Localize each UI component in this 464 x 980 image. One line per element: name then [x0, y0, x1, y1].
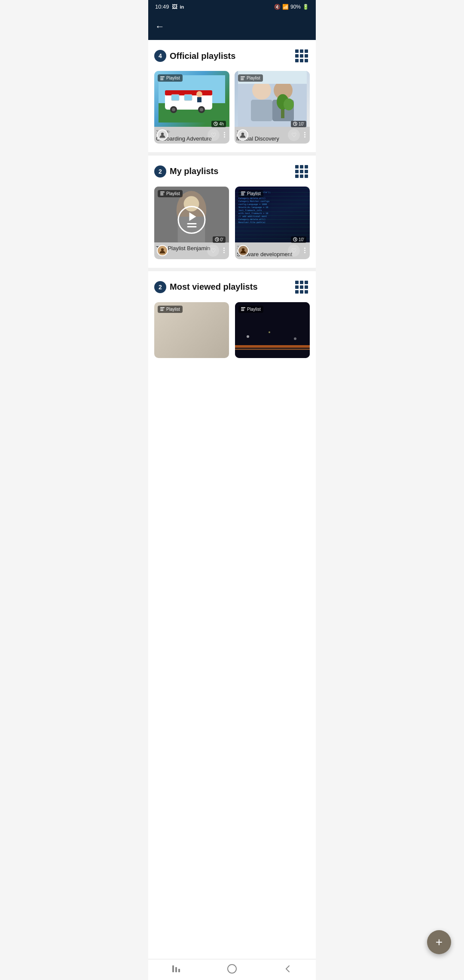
my-playlists-section: 2 My playlists — [148, 156, 316, 268]
card-tiles[interactable]: Playlist — [154, 302, 229, 358]
mutual-avatar — [237, 129, 248, 141]
official-badge: 4 — [154, 50, 166, 62]
svg-point-62 — [228, 965, 236, 973]
status-right: 🔇 📶 90% 🔋 — [274, 4, 309, 10]
svg-rect-38 — [160, 193, 164, 194]
svg-point-30 — [241, 132, 244, 135]
svg-point-11 — [200, 108, 203, 111]
svg-point-53 — [247, 335, 249, 338]
bottom-nav — [148, 959, 316, 973]
svg-rect-60 — [175, 967, 177, 972]
my-cards-grid: Playlist 0' ♡ Test Playlist Benjami — [154, 187, 310, 264]
benjamin-badge: Playlist — [158, 190, 183, 197]
linkedin-icon: in — [180, 4, 184, 9]
software-duration: 10' — [291, 236, 306, 243]
svg-rect-13 — [160, 78, 164, 79]
svg-rect-28 — [241, 79, 244, 80]
official-playlists-section: 4 Official playlists — [148, 40, 316, 152]
svg-rect-51 — [235, 345, 310, 348]
most-viewed-grid-toggle[interactable] — [293, 279, 310, 295]
software-badge: Playlist — [238, 190, 263, 197]
software-avatar — [238, 245, 249, 256]
header: ← — [148, 13, 316, 40]
svg-rect-7 — [197, 97, 201, 102]
main-content: 4 Official playlists — [148, 40, 316, 973]
svg-rect-5 — [184, 95, 192, 101]
software-heart-button[interactable]: ♡ — [288, 245, 300, 257]
svg-rect-4 — [171, 95, 179, 101]
wifi-icon: 📶 — [282, 4, 289, 10]
svg-point-41 — [161, 248, 164, 251]
svg-point-6 — [196, 91, 202, 97]
most-viewed-header: 2 Most viewed playlists — [154, 279, 310, 295]
onboarding-avatar — [157, 129, 168, 141]
svg-point-46 — [242, 248, 244, 251]
card-mutual[interactable]: Playlist 10' ♡ 11 — [235, 71, 310, 144]
tiles-badge: Playlist — [158, 306, 183, 313]
my-section-header: 2 My playlists — [154, 163, 310, 180]
mute-icon: 🔇 — [274, 4, 281, 10]
divider-2 — [148, 268, 316, 271]
mutual-duration: 10' — [291, 121, 306, 127]
nav-recents[interactable] — [171, 965, 181, 973]
divider-1 — [148, 152, 316, 156]
most-viewed-title-text: Most viewed playlists — [170, 282, 258, 292]
my-section-title: 2 My playlists — [154, 165, 218, 178]
svg-point-55 — [294, 337, 296, 340]
mutual-badge: Playlist — [238, 74, 263, 82]
card-software[interactable]: require('Copyhere/file'); require('servi… — [235, 187, 310, 259]
benjamin-actions: ♡ — [157, 245, 226, 257]
nav-home[interactable] — [227, 964, 237, 973]
onboarding-more-button[interactable] — [222, 131, 227, 138]
most-viewed-badge: 2 — [154, 281, 166, 293]
nav-back[interactable] — [283, 964, 293, 973]
card-benjamin[interactable]: Playlist 0' ♡ Test Playlist Benjami — [154, 187, 229, 259]
official-cards-row: Playlist 4h ♡ 344 — [154, 71, 310, 149]
back-button[interactable]: ← — [155, 19, 168, 34]
status-time: 10:49 — [155, 3, 169, 10]
svg-point-24 — [284, 98, 294, 110]
svg-rect-12 — [160, 76, 165, 77]
official-section-header: 4 Official playlists — [154, 48, 310, 64]
svg-rect-58 — [241, 310, 244, 311]
bottom-spacer — [148, 367, 316, 401]
onboarding-heart-button[interactable]: ♡ — [208, 129, 220, 141]
night-badge: Playlist — [238, 306, 263, 313]
onboarding-actions: ♡ — [157, 129, 227, 141]
svg-rect-26 — [241, 76, 245, 77]
play-overlay — [178, 206, 206, 234]
svg-rect-39 — [160, 195, 164, 196]
svg-rect-57 — [241, 309, 244, 309]
home-icon — [227, 964, 237, 973]
benjamin-duration: 0' — [213, 236, 226, 243]
most-viewed-section: 2 Most viewed playlists Playlist — [148, 271, 316, 367]
svg-rect-27 — [241, 78, 244, 79]
mutual-more-button[interactable] — [302, 131, 307, 138]
back-icon — [283, 964, 293, 973]
software-actions: ♡ — [238, 245, 307, 257]
benjamin-heart-button[interactable]: ♡ — [207, 245, 219, 257]
recents-icon — [171, 965, 181, 973]
benjamin-more-button[interactable] — [222, 247, 226, 254]
my-grid-toggle[interactable] — [293, 163, 310, 180]
svg-rect-56 — [241, 307, 245, 308]
svg-rect-44 — [241, 195, 244, 196]
svg-rect-61 — [178, 969, 180, 972]
official-grid-toggle[interactable] — [293, 48, 310, 64]
card-night[interactable]: Playlist — [235, 302, 310, 358]
svg-rect-47 — [160, 307, 165, 308]
photo-icon: 🖼 — [172, 3, 177, 10]
svg-rect-49 — [160, 310, 164, 311]
onboarding-badge: Playlist — [158, 74, 183, 82]
most-viewed-cards: Playlist — [154, 302, 310, 363]
onboarding-duration: 4h — [211, 121, 226, 127]
svg-point-54 — [269, 331, 270, 333]
svg-rect-14 — [160, 79, 164, 80]
card-onboarding[interactable]: Playlist 4h ♡ 344 — [154, 71, 229, 144]
play-icon — [187, 212, 196, 227]
status-bar: 10:49 🖼 in 🔇 📶 90% 🔋 — [148, 0, 316, 13]
mutual-heart-button[interactable]: ♡ — [288, 129, 300, 141]
svg-point-9 — [172, 108, 175, 111]
svg-rect-52 — [235, 349, 310, 350]
software-more-button[interactable] — [302, 247, 307, 254]
